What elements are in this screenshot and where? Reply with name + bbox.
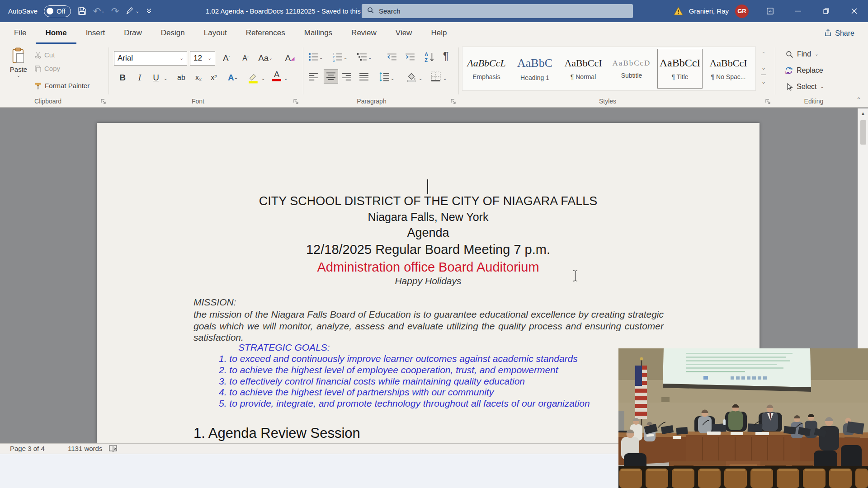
restore-button[interactable] <box>812 0 840 22</box>
tab-home[interactable]: Home <box>36 22 76 44</box>
styles-dialog-launcher-icon[interactable] <box>765 98 771 104</box>
shading-chevron-icon[interactable]: ⌄ <box>419 76 422 81</box>
decrease-indent-button[interactable] <box>387 52 397 64</box>
clipboard-dialog-launcher-icon[interactable] <box>100 98 106 104</box>
show-paragraph-marks-button[interactable]: ¶ <box>443 50 448 62</box>
style-heading1[interactable]: AaBbC Heading 1 <box>512 49 557 89</box>
line-spacing-chevron-icon[interactable]: ⌄ <box>391 76 394 81</box>
goal-line[interactable]: 1. to exceed and continuously improve le… <box>219 353 590 365</box>
avatar[interactable]: GR <box>735 5 749 18</box>
replace-button[interactable]: b c Replace <box>785 66 823 75</box>
tab-help[interactable]: Help <box>421 22 456 44</box>
style-emphasis[interactable]: AaBbCcL Emphasis <box>464 49 509 89</box>
subscript-button[interactable]: x₂ <box>192 71 205 84</box>
align-center-button[interactable] <box>324 69 338 84</box>
tab-file[interactable]: File <box>5 22 36 44</box>
align-left-button[interactable] <box>308 72 318 84</box>
scrollbar-thumb[interactable] <box>860 120 866 145</box>
shrink-font-button[interactable]: Aˇ <box>239 52 252 65</box>
align-right-button[interactable] <box>342 72 352 84</box>
paste-button[interactable]: Paste ⌄ <box>5 47 32 94</box>
save-icon[interactable] <box>77 6 87 16</box>
ribbon-display-options-icon[interactable] <box>756 0 784 22</box>
increase-indent-button[interactable] <box>405 52 415 64</box>
autosave-toggle[interactable]: Off <box>44 5 71 17</box>
doc-city-line[interactable]: Niagara Falls, New York <box>97 211 760 224</box>
bullets-button[interactable] <box>308 52 318 64</box>
doc-title-line[interactable]: CITY SCHOOL DISTRICT OF THE CITY OF NIAG… <box>97 194 760 208</box>
tab-references[interactable]: References <box>236 22 295 44</box>
goal-line[interactable]: 4. to achieve the highest level of partn… <box>219 387 590 398</box>
meeting-video-overlay[interactable] <box>618 348 868 488</box>
share-button[interactable]: Share <box>824 27 854 40</box>
find-button[interactable]: Find⌄ <box>786 50 819 58</box>
style-subtitle[interactable]: AaBbCcD Subtitle <box>609 49 654 89</box>
strategic-goals-label[interactable]: STRATEGIC GOALS: <box>238 342 330 353</box>
quick-access-overflow-icon[interactable] <box>146 8 152 14</box>
paragraph-dialog-launcher-icon[interactable] <box>450 98 456 104</box>
doc-holidays-line[interactable]: Happy Holidays <box>97 276 760 286</box>
borders-button[interactable] <box>430 71 441 84</box>
format-painter-button[interactable]: Format Painter <box>34 82 90 89</box>
goal-line[interactable]: 5. to provide, integrate, and promote te… <box>219 398 590 409</box>
page-info[interactable]: Page 3 of 4 <box>10 445 45 452</box>
font-name-combo[interactable]: Arial⌄ <box>114 51 187 66</box>
doc-location-line[interactable]: Administration office Board Auditorium <box>97 260 760 275</box>
select-button[interactable]: Select⌄ <box>786 83 824 91</box>
font-color-chevron-icon[interactable]: ⌄ <box>284 76 288 81</box>
style-no-spacing[interactable]: AaBbCcI ¶ No Spac... <box>706 49 751 89</box>
proofing-errors-icon[interactable] <box>108 445 118 454</box>
tab-design[interactable]: Design <box>151 22 194 44</box>
superscript-button[interactable]: x² <box>207 71 221 84</box>
underline-chevron-icon[interactable]: ⌄ <box>164 76 167 81</box>
style-title[interactable]: AaBbCcI ¶ Title <box>657 49 703 89</box>
font-color-button[interactable]: A <box>272 70 281 81</box>
titlebar-search-box[interactable]: Search <box>362 4 633 18</box>
borders-chevron-icon[interactable]: ⌄ <box>443 76 447 81</box>
copy-button[interactable]: Copy <box>34 65 60 72</box>
warning-icon[interactable] <box>674 7 683 15</box>
change-case-button[interactable]: Aa⌄ <box>259 52 272 65</box>
sort-button[interactable]: AZ <box>424 51 435 65</box>
mission-paragraph[interactable]: the mission of the Niagara Falls Board o… <box>193 309 664 343</box>
text-effects-button[interactable]: A⌄ <box>226 71 240 84</box>
close-button[interactable] <box>840 0 868 22</box>
goal-line[interactable]: 3. to effectively control financial cost… <box>219 376 590 387</box>
doc-agenda-line[interactable]: Agenda <box>97 226 760 240</box>
line-spacing-button[interactable] <box>379 72 390 84</box>
tab-layout[interactable]: Layout <box>194 22 236 44</box>
grow-font-button[interactable]: Aˆ <box>220 52 233 65</box>
numbering-button[interactable]: 123 <box>333 52 343 64</box>
tab-view[interactable]: View <box>386 22 422 44</box>
shading-button[interactable] <box>406 71 417 84</box>
goal-line[interactable]: 2. to achieve the highest level of emplo… <box>219 365 590 376</box>
word-count[interactable]: 1131 words <box>68 445 102 452</box>
strikethrough-button[interactable]: ab <box>175 71 188 84</box>
scroll-up-arrow-icon[interactable]: ▲ <box>858 108 868 118</box>
style-normal[interactable]: AaBbCcI ¶ Normal <box>561 49 606 89</box>
italic-button[interactable]: I <box>133 71 146 84</box>
styles-gallery-more-icon[interactable]: ⌄ <box>761 75 766 89</box>
tab-review[interactable]: Review <box>342 22 386 44</box>
undo-icon[interactable]: ↶⌄ <box>93 6 105 17</box>
bullets-chevron-icon[interactable]: ⌄ <box>319 56 323 60</box>
section-heading[interactable]: 1. Agenda Review Session <box>193 425 360 441</box>
tab-insert[interactable]: Insert <box>76 22 115 44</box>
justify-button[interactable] <box>359 72 369 84</box>
multilevel-chevron-icon[interactable]: ⌄ <box>368 56 372 60</box>
font-dialog-launcher-icon[interactable] <box>293 98 299 104</box>
redo-icon[interactable]: ↷ <box>111 6 119 17</box>
collapse-ribbon-icon[interactable]: ⌃ <box>856 96 861 103</box>
multilevel-list-button[interactable] <box>357 52 367 64</box>
tab-mailings[interactable]: Mailings <box>295 22 342 44</box>
numbering-chevron-icon[interactable]: ⌄ <box>344 56 347 60</box>
cut-button[interactable]: Cut <box>34 51 55 59</box>
highlight-button[interactable] <box>248 72 259 85</box>
user-name[interactable]: Granieri, Ray <box>689 7 729 15</box>
clear-formatting-button[interactable]: A◢ <box>283 52 297 65</box>
font-size-combo[interactable]: 12⌄ <box>190 51 215 66</box>
doc-meeting-line[interactable]: 12/18/2025 Regular Board Meeting 7 p.m. <box>97 242 760 257</box>
mission-label[interactable]: MISSION: <box>193 297 236 308</box>
tab-draw[interactable]: Draw <box>114 22 151 44</box>
styles-scroll-up-icon[interactable]: ⌃ <box>759 47 769 61</box>
